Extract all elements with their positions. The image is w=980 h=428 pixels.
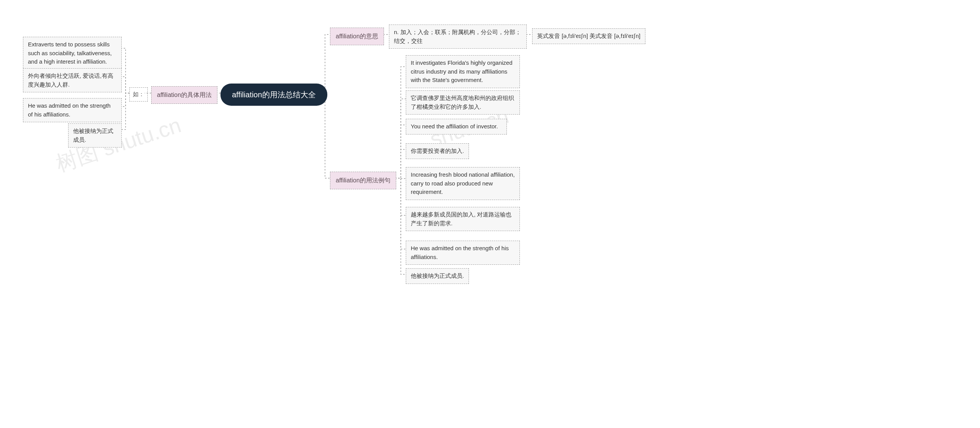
- usage-item-2: He was admitted on the strength of his a…: [23, 98, 122, 122]
- branch-examples[interactable]: affiliation的用法例句: [330, 172, 396, 189]
- usage-item-3: 他被接纳为正式成员.: [68, 123, 122, 148]
- usage-item-3-text: 他被接纳为正式成员.: [73, 128, 113, 143]
- usage-item-0: Extraverts tend to possess skills such a…: [23, 37, 122, 70]
- branch-meaning[interactable]: affiliation的意思: [330, 28, 384, 45]
- example-item-1-text: 它调查佛罗里达州高度地和州的政府组织了柑橘类业和它的许多加入.: [411, 95, 514, 110]
- usage-item-0-text: Extraverts tend to possess skills such a…: [28, 41, 112, 65]
- meaning-pronunciation: 英式发音 [əˌfɪli'eɪʃn] 美式发音 [əˌfɪli'eɪʃn]: [532, 28, 645, 44]
- example-item-7: 他被接纳为正式成员.: [406, 268, 469, 284]
- example-item-7-text: 他被接纳为正式成员.: [411, 272, 464, 279]
- usage-item-2-text: He was admitted on the strength of his a…: [28, 102, 111, 118]
- example-item-0-text: It investigates Florida's highly organiz…: [411, 59, 513, 83]
- example-item-4-text: Increasing fresh blood national affiliat…: [411, 171, 515, 195]
- usage-item-1: 外向者倾向社交活跃, 爱说话,有高度兴趣加入人群.: [23, 68, 122, 92]
- example-item-5: 越来越多新成员国的加入, 对道路运输也产生了新的需求.: [406, 207, 520, 231]
- example-item-0: It investigates Florida's highly organiz…: [406, 55, 520, 88]
- example-item-3-text: 你需要投资者的加入.: [411, 148, 464, 154]
- example-item-3: 你需要投资者的加入.: [406, 143, 469, 159]
- example-item-6: He was admitted on the strength of his a…: [406, 241, 520, 265]
- example-item-6-text: He was admitted on the strength of his a…: [411, 245, 509, 260]
- branch-examples-title: affiliation的用法例句: [336, 177, 390, 184]
- example-item-2: You need the affiliation of investor.: [406, 119, 507, 134]
- example-item-2-text: You need the affiliation of investor.: [411, 123, 498, 130]
- branch-usage-title: affiliation的具体用法: [157, 92, 212, 98]
- example-item-5-text: 越来越多新成员国的加入, 对道路运输也产生了新的需求.: [411, 211, 511, 226]
- root-title: affiliation的用法总结大全: [232, 90, 316, 99]
- example-item-1: 它调查佛罗里达州高度地和州的政府组织了柑橘类业和它的许多加入.: [406, 90, 520, 115]
- root-node[interactable]: affiliation的用法总结大全: [220, 84, 327, 106]
- branch-meaning-title: affiliation的意思: [336, 33, 378, 39]
- meaning-definition-text: n. 加入；入会；联系；附属机构，分公司，分部；结交，交往: [394, 29, 521, 44]
- meaning-definition: n. 加入；入会；联系；附属机构，分公司，分部；结交，交往: [389, 25, 527, 49]
- usage-connector-text: 如：: [133, 91, 144, 97]
- branch-usage[interactable]: affiliation的具体用法: [151, 86, 217, 104]
- usage-connector: 如：: [129, 87, 148, 102]
- example-item-4: Increasing fresh blood national affiliat…: [406, 167, 520, 200]
- usage-item-1-text: 外向者倾向社交活跃, 爱说话,有高度兴趣加入人群.: [28, 72, 113, 88]
- meaning-pronunciation-text: 英式发音 [əˌfɪli'eɪʃn] 美式发音 [əˌfɪli'eɪʃn]: [537, 33, 640, 39]
